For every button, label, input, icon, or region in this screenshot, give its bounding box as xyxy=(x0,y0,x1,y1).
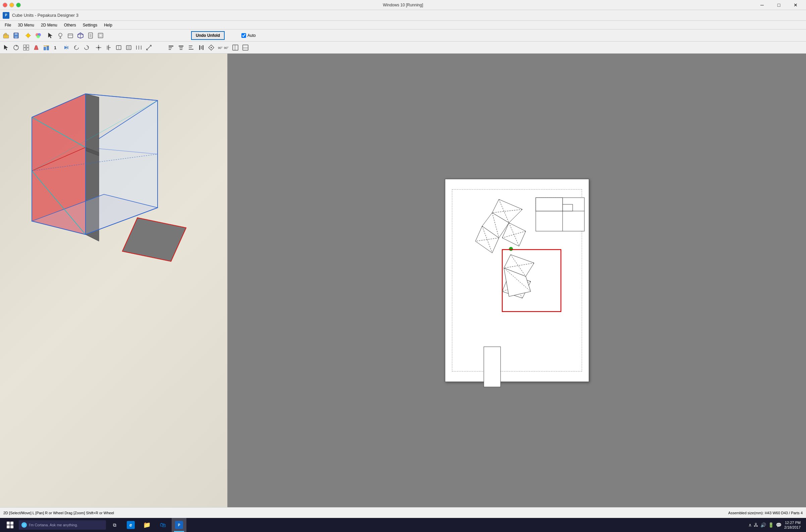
rotate-tool[interactable] xyxy=(12,43,21,52)
svg-rect-0 xyxy=(3,35,9,38)
select-move-tool[interactable] xyxy=(1,43,11,52)
main-area xyxy=(0,54,806,507)
svg-rect-62 xyxy=(179,47,183,48)
svg-rect-3 xyxy=(15,36,17,38)
minimize-traffic-light[interactable] xyxy=(10,3,14,7)
start-icon xyxy=(7,521,14,528)
distribute-tool[interactable] xyxy=(134,43,144,52)
svg-rect-29 xyxy=(26,45,29,47)
open-button[interactable] xyxy=(1,31,11,40)
paint-tool[interactable] xyxy=(32,43,41,52)
tray-up-arrow[interactable]: ∧ xyxy=(748,522,752,528)
auto-checkbox-group: Auto xyxy=(241,33,256,38)
align-tool[interactable] xyxy=(104,43,113,52)
status-right: Assembled size(mm): H43 W60 D43 / Parts … xyxy=(728,511,803,515)
svg-rect-28 xyxy=(23,45,26,47)
app-title-bar: P Cube Units - Pepakura Designer 3 xyxy=(0,10,806,21)
taskbar-pepakura[interactable]: P xyxy=(172,518,186,532)
task-view-button[interactable]: ⧉ xyxy=(107,518,122,532)
3d-view[interactable] xyxy=(0,54,228,507)
menu-3d[interactable]: 3D Menu xyxy=(14,21,38,29)
cube-button[interactable] xyxy=(76,31,85,40)
grid-tool[interactable] xyxy=(21,43,31,52)
menu-file[interactable]: File xyxy=(1,21,14,29)
select-button[interactable] xyxy=(45,31,55,40)
separator1 xyxy=(21,31,23,40)
tray-volume[interactable]: 🔊 xyxy=(761,522,766,528)
svg-point-12 xyxy=(37,35,40,38)
tray-action-center[interactable]: 💬 xyxy=(776,522,782,528)
taskbar: ○ I'm Cortana. Ask me anything. ⧉ e 📁 🛍 … xyxy=(0,518,806,532)
edge-icon: e xyxy=(127,521,135,529)
taskbar-clock[interactable]: 12:27 PM 2/18/2017 xyxy=(784,520,801,530)
svg-rect-59 xyxy=(169,47,172,48)
taskbar-right: ∧ 🖧 🔊 🔋 💬 12:27 PM 2/18/2017 xyxy=(748,520,803,530)
snap-tool[interactable] xyxy=(94,43,103,52)
paper xyxy=(445,179,589,382)
svg-point-5 xyxy=(26,34,30,37)
svg-rect-60 xyxy=(169,49,171,50)
taskbar-store[interactable]: 🛍 xyxy=(155,518,170,532)
tray-network[interactable]: 🖧 xyxy=(754,522,758,528)
store-icon: 🛍 xyxy=(159,521,167,529)
texture-tool[interactable] xyxy=(41,43,51,52)
svg-rect-69 xyxy=(202,45,203,50)
close-button[interactable]: ✕ xyxy=(788,0,803,10)
explorer-icon: 📁 xyxy=(143,521,151,529)
expand-tool[interactable] xyxy=(124,43,133,52)
maximize-traffic-light[interactable] xyxy=(16,3,21,7)
pin-button[interactable] xyxy=(56,31,65,40)
align-h-left[interactable] xyxy=(166,43,176,52)
menu-others[interactable]: Others xyxy=(61,21,79,29)
auto-checkbox[interactable] xyxy=(241,33,246,38)
separator6 xyxy=(228,43,230,52)
toolbar2-right: 90°90° xyxy=(166,43,250,52)
svg-rect-4 xyxy=(15,33,17,35)
taskbar-edge[interactable]: e xyxy=(123,518,138,532)
number-tool[interactable]: 1 xyxy=(52,43,61,52)
frame-button[interactable] xyxy=(96,31,105,40)
2d-view[interactable] xyxy=(228,54,806,507)
system-tray: ∧ 🖧 🔊 🔋 💬 xyxy=(748,522,782,528)
redo-btn[interactable] xyxy=(82,43,91,52)
light-button[interactable] xyxy=(23,31,33,40)
distribute-evenly[interactable] xyxy=(206,43,216,52)
svg-rect-68 xyxy=(201,46,202,49)
scale-tool[interactable] xyxy=(144,43,153,52)
taskbar-explorer[interactable]: 📁 xyxy=(140,518,154,532)
svg-text:90°: 90° xyxy=(224,46,228,50)
page-button[interactable] xyxy=(86,31,95,40)
maximize-button[interactable]: □ xyxy=(771,0,787,10)
svg-marker-40 xyxy=(87,46,89,48)
tray-battery[interactable]: 🔋 xyxy=(768,522,774,528)
cortana-placeholder: I'm Cortana. Ask me anything. xyxy=(29,523,78,527)
color-button[interactable] xyxy=(34,31,43,40)
separator3 xyxy=(92,43,93,52)
split-tool[interactable] xyxy=(114,43,123,52)
view-options1[interactable] xyxy=(231,43,240,52)
align-v[interactable] xyxy=(197,43,206,52)
mirror-tool[interactable] xyxy=(62,43,71,52)
menu-help[interactable]: Help xyxy=(100,21,116,29)
undo-btn[interactable] xyxy=(72,43,81,52)
fold-button[interactable] xyxy=(66,31,75,40)
menu-2d[interactable]: 2D Menu xyxy=(38,21,61,29)
svg-rect-118 xyxy=(536,198,563,211)
cortana-search[interactable]: ○ I'm Cortana. Ask me anything. xyxy=(19,520,106,530)
svg-point-71 xyxy=(210,47,212,48)
rotate-90-button[interactable]: 90°90° xyxy=(219,43,228,52)
svg-rect-74 xyxy=(233,45,238,50)
start-button[interactable] xyxy=(3,518,17,532)
view-options2[interactable] xyxy=(241,43,250,52)
menu-settings[interactable]: Settings xyxy=(79,21,100,29)
close-traffic-light[interactable] xyxy=(3,3,7,7)
save-button[interactable] xyxy=(12,31,21,40)
svg-point-104 xyxy=(509,247,513,251)
align-h-right[interactable] xyxy=(186,43,196,52)
undo-unfold-button[interactable]: Undo Unfold xyxy=(191,31,225,40)
minimize-button[interactable]: ─ xyxy=(754,0,770,10)
align-h-center[interactable] xyxy=(176,43,186,52)
svg-rect-31 xyxy=(26,48,29,50)
svg-point-13 xyxy=(59,33,62,37)
svg-rect-67 xyxy=(199,45,200,50)
